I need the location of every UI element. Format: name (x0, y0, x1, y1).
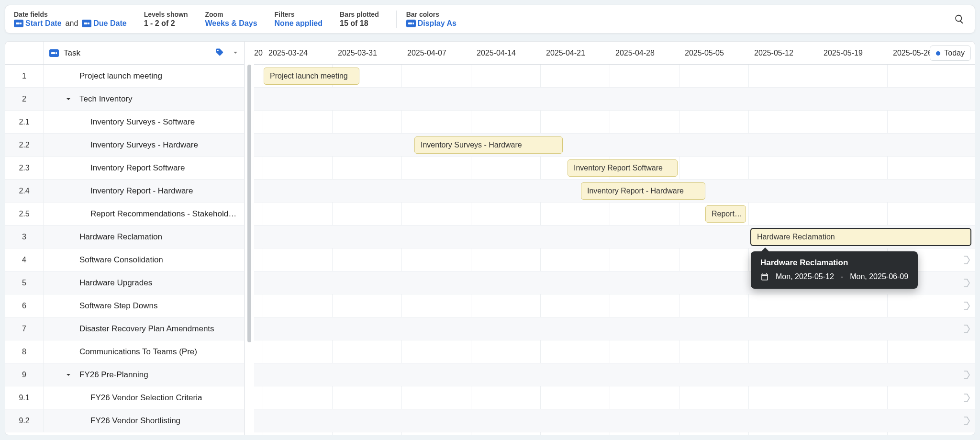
tag-icon[interactable] (215, 48, 224, 58)
timeline-row[interactable] (254, 317, 975, 340)
zoom-label: Zoom (205, 11, 257, 18)
toolbar-date-fields[interactable]: Date fields Start Date and Due Date (14, 11, 127, 28)
task-label: Project launch meeting (79, 71, 162, 81)
gantt-bar[interactable]: Inventory Report Software (568, 159, 678, 177)
toolbar-bar-colors[interactable]: Bar colors Display As (406, 11, 457, 28)
task-row[interactable]: 9FY26 Pre-Planning (5, 363, 244, 386)
timeline-row[interactable] (254, 134, 975, 157)
task-row[interactable]: 5Hardware Upgrades (5, 271, 244, 294)
task-label: Inventory Surveys - Software (90, 117, 195, 127)
task-cell[interactable]: Communications To Teams (Pre) (44, 340, 244, 363)
timeline-row[interactable] (254, 111, 975, 134)
task-column-header[interactable]: Task (44, 42, 244, 64)
row-number: 7 (5, 317, 44, 340)
task-row[interactable]: 9.2FY26 Vendor Shortlisting (5, 409, 244, 432)
task-cell[interactable]: Report Recommendations - Stakehold… (44, 203, 244, 225)
tooltip-date-sep: - (841, 272, 843, 281)
task-label: FY26 Vendor Shortlisting (90, 416, 180, 426)
task-row[interactable]: 4Software Consolidation (5, 248, 244, 271)
task-row[interactable]: 2.5Report Recommendations - Stakehold… (5, 203, 244, 226)
continuation-icon (963, 325, 970, 333)
timeline-row[interactable] (254, 386, 975, 409)
timeline-row[interactable] (254, 88, 975, 111)
toolbar-levels[interactable]: Levels shown 1 - 2 of 2 (144, 11, 188, 28)
date-fields-label: Date fields (14, 11, 127, 18)
task-row[interactable]: 1Project launch meeting (5, 65, 244, 88)
task-cell[interactable]: Software Consolidation (44, 248, 244, 271)
task-row[interactable]: 9.1FY26 Vendor Selection Criteria (5, 386, 244, 409)
tooltip-start-date: Mon, 2025-05-12 (776, 272, 834, 281)
toolbar-zoom[interactable]: Zoom Weeks & Days (205, 11, 257, 28)
task-cell[interactable]: Disaster Recovery Plan Amendments (44, 317, 244, 340)
toolbar-filters[interactable]: Filters None applied (275, 11, 323, 28)
task-cell[interactable]: FY26 Vendor Shortlisting (44, 409, 244, 432)
task-cell[interactable]: Hardware Reclamation (44, 226, 244, 248)
svg-rect-6 (51, 52, 55, 54)
timeline-row[interactable] (254, 294, 975, 317)
task-row[interactable]: 6Software Step Downs (5, 294, 244, 317)
timeline-row[interactable] (254, 409, 975, 432)
timeline-pane[interactable]: 202025-03-242025-03-312025-04-072025-04-… (254, 42, 975, 435)
start-date-field[interactable]: Start Date (25, 19, 62, 28)
timeline-row[interactable] (254, 203, 975, 226)
task-cell[interactable]: Inventory Surveys - Software (44, 111, 244, 133)
row-number-header (5, 42, 44, 64)
tooltip-end-date: Mon, 2025-06-09 (850, 272, 908, 281)
row-number: 9 (5, 363, 44, 386)
task-row[interactable]: 2.3Inventory Report Software (5, 157, 244, 180)
task-list-pane: Task 1Project launch meeting2Tech Invent… (5, 42, 245, 435)
gantt-bar[interactable]: Hardware Reclamation (751, 228, 971, 246)
toolbar-bars-plotted[interactable]: Bars plotted 15 of 18 (340, 11, 379, 28)
timeline-tick: 2025-05-19 (824, 42, 863, 64)
task-cell[interactable]: FY26 Vendor Selection Criteria (44, 386, 244, 409)
task-cell[interactable]: Tech Inventory (44, 88, 244, 110)
task-list-header: Task (5, 42, 244, 65)
due-date-field[interactable]: Due Date (93, 19, 126, 28)
task-row[interactable]: 2.2Inventory Surveys - Hardware (5, 134, 244, 157)
task-row[interactable]: 3Hardware Reclamation (5, 226, 244, 248)
column-menu-caret[interactable] (233, 49, 238, 57)
expand-caret-icon[interactable] (65, 96, 72, 102)
timeline-row[interactable] (254, 363, 975, 386)
gantt-bar[interactable]: Project launch meeting (264, 68, 359, 85)
today-dot-icon (936, 51, 940, 56)
gantt-bar[interactable]: Inventory Surveys - Hardware (414, 136, 563, 154)
task-label: Disaster Recovery Plan Amendments (79, 324, 214, 334)
timeline-tick: 2025-05-26 (893, 42, 932, 64)
task-cell[interactable]: Hardware Upgrades (44, 271, 244, 294)
timeline-row[interactable] (254, 65, 975, 88)
expand-caret-icon[interactable] (65, 372, 72, 378)
timeline-tick: 2025-04-28 (615, 42, 655, 64)
task-cell[interactable]: Inventory Report - Hardware (44, 180, 244, 202)
task-row[interactable]: 2.1Inventory Surveys - Software (5, 111, 244, 134)
task-cell[interactable]: Project launch meeting (44, 65, 244, 87)
task-header-text: Task (64, 48, 80, 58)
task-label: FY26 Pre-Planning (79, 370, 148, 380)
field-icon (406, 20, 416, 27)
gantt-bar[interactable]: Inventory Report - Hardware (581, 182, 705, 200)
filters-value[interactable]: None applied (275, 19, 323, 28)
svg-rect-5 (412, 23, 414, 24)
task-row[interactable]: 2.4Inventory Report - Hardware (5, 180, 244, 203)
timeline-row[interactable] (254, 340, 975, 363)
task-label: Report Recommendations - Stakehold… (90, 209, 236, 219)
row-number: 1 (5, 65, 44, 87)
vertical-scrollbar[interactable] (245, 65, 254, 435)
today-button[interactable]: Today (930, 45, 971, 61)
gantt-bar[interactable]: Report… (705, 205, 746, 223)
continuation-icon (963, 371, 970, 379)
task-row[interactable]: 7Disaster Recovery Plan Amendments (5, 317, 244, 340)
task-cell[interactable]: FY26 Pre-Planning (44, 363, 244, 386)
timeline-tick: 2025-05-05 (685, 42, 724, 64)
zoom-value[interactable]: Weeks & Days (205, 19, 257, 28)
task-cell[interactable]: Software Step Downs (44, 294, 244, 317)
task-row[interactable]: 2Tech Inventory (5, 88, 244, 111)
task-cell[interactable]: Inventory Surveys - Hardware (44, 134, 244, 156)
task-row[interactable]: 8Communications To Teams (Pre) (5, 340, 244, 363)
search-button[interactable] (953, 12, 966, 26)
svg-rect-4 (408, 23, 412, 24)
task-cell[interactable]: Inventory Report Software (44, 157, 244, 179)
scrollbar-thumb[interactable] (247, 65, 251, 342)
svg-rect-1 (20, 23, 22, 24)
bar-colors-value[interactable]: Display As (418, 19, 457, 28)
